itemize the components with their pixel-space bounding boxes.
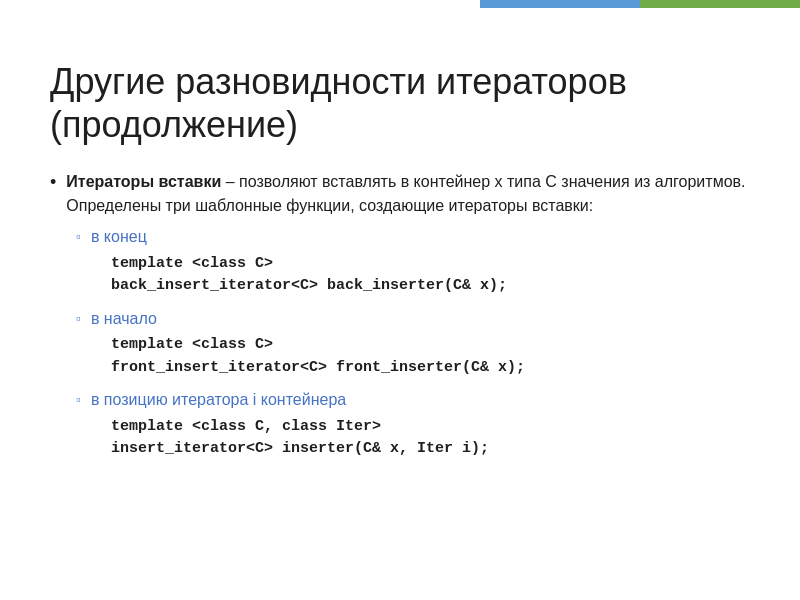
- code-line-0-0: template <class C>: [111, 253, 507, 276]
- code-line-2-1: insert_iterator<C> inserter(C& x, Iter i…: [111, 438, 489, 461]
- code-line-0-1: back_insert_iterator<C> back_inserter(C&…: [111, 275, 507, 298]
- sub-list: ▫ в конец template <class C> back_insert…: [76, 226, 750, 466]
- code-line-2-0: template <class C, class Iter>: [111, 416, 489, 439]
- code-line-1-1: front_insert_iterator<C> front_inserter(…: [111, 357, 525, 380]
- italic-bold-label: Итераторы вставки: [66, 173, 221, 190]
- main-list-item: • Итераторы вставки – позволяют вставлят…: [50, 170, 750, 470]
- sub-bullet-icon-1: ▫: [76, 311, 81, 326]
- sub-item-content-2: в позицию итератора i контейнера templat…: [91, 389, 489, 466]
- code-block-2: template <class C, class Iter> insert_it…: [111, 416, 489, 461]
- main-bullet-icon: •: [50, 172, 56, 193]
- sub-bullet-icon-2: ▫: [76, 392, 81, 407]
- sub-label-0: в конец: [91, 228, 147, 245]
- sub-label-2: в позицию итератора i контейнера: [91, 391, 346, 408]
- main-list: • Итераторы вставки – позволяют вставлят…: [50, 170, 750, 470]
- sub-list-item-1: ▫ в начало template <class C> front_inse…: [76, 308, 750, 385]
- sub-list-item-0: ▫ в конец template <class C> back_insert…: [76, 226, 750, 303]
- sub-item-content-0: в конец template <class C> back_insert_i…: [91, 226, 507, 303]
- code-block-0: template <class C> back_insert_iterator<…: [111, 253, 507, 298]
- main-bullet-text: Итераторы вставки – позволяют вставлять …: [66, 170, 750, 470]
- sub-item-content-1: в начало template <class C> front_insert…: [91, 308, 525, 385]
- sub-list-item-2: ▫ в позицию итератора i контейнера templ…: [76, 389, 750, 466]
- accent-bar: [640, 0, 800, 8]
- code-line-1-0: template <class C>: [111, 334, 525, 357]
- slide-title: Другие разновидности итераторов (продолж…: [50, 60, 750, 146]
- sub-bullet-icon-0: ▫: [76, 229, 81, 244]
- sub-label-1: в начало: [91, 310, 157, 327]
- code-block-1: template <class C> front_insert_iterator…: [111, 334, 525, 379]
- slide-content: Другие разновидности итераторов (продолж…: [0, 0, 800, 507]
